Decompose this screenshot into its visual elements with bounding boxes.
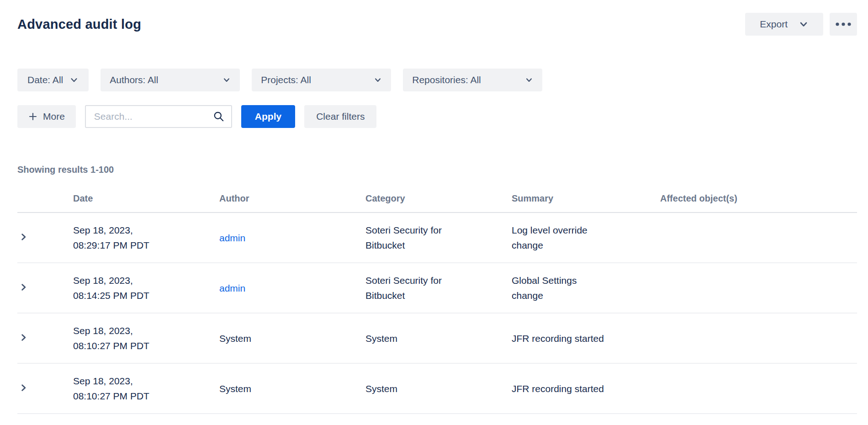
column-header-category: Category xyxy=(365,193,512,212)
author-cell: System xyxy=(219,363,365,414)
ellipsis-icon xyxy=(835,22,852,27)
more-filters-button[interactable]: More xyxy=(17,105,76,128)
author-cell: System xyxy=(219,313,365,363)
table-row: Sep 18, 2023, 08:10:27 PM PDT System Sys… xyxy=(17,363,857,414)
affected-cell xyxy=(660,212,857,263)
date-cell: Sep 18, 2023, 08:10:27 PM PDT xyxy=(73,363,219,414)
audit-table-header: Date Author Category Summary Affected ob… xyxy=(17,193,857,212)
results-summary: Showing results 1-100 xyxy=(17,165,857,175)
chevron-down-icon xyxy=(799,19,809,29)
repositories-filter-dropdown[interactable]: Repositories: All xyxy=(403,69,542,91)
chevron-down-icon xyxy=(374,76,382,84)
authors-filter-dropdown[interactable]: Authors: All xyxy=(101,69,240,91)
expander-cell xyxy=(17,212,73,263)
date-cell: Sep 18, 2023, 08:10:27 PM PDT xyxy=(73,313,219,363)
plus-icon xyxy=(28,112,37,121)
date-cell: Sep 18, 2023, 08:14:25 PM PDT xyxy=(73,263,219,313)
category-cell: Soteri Security for Bitbucket xyxy=(365,212,512,263)
audit-table-body: Sep 18, 2023, 08:29:17 PM PDT admin Sote… xyxy=(17,212,857,414)
affected-cell xyxy=(660,313,857,363)
chevron-down-icon xyxy=(69,75,79,85)
author-link: System xyxy=(219,383,251,394)
chevron-right-icon xyxy=(19,383,28,392)
chevron-right-icon xyxy=(19,233,28,241)
category-cell: Soteri Security for Bitbucket xyxy=(365,263,512,313)
affected-cell xyxy=(660,363,857,414)
column-header-summary: Summary xyxy=(512,193,660,212)
author-cell: admin xyxy=(219,212,365,263)
expander-column-header xyxy=(17,193,73,212)
export-button[interactable]: Export xyxy=(745,13,823,36)
apply-button[interactable]: Apply xyxy=(241,105,295,128)
table-row: Sep 18, 2023, 08:14:25 PM PDT admin Sote… xyxy=(17,263,857,313)
expander-cell xyxy=(17,263,73,313)
expand-row-button[interactable] xyxy=(17,331,30,344)
expand-row-button[interactable] xyxy=(17,382,30,394)
more-actions-button[interactable] xyxy=(830,13,857,36)
clear-filters-button[interactable]: Clear filters xyxy=(304,105,376,128)
page-title: Advanced audit log xyxy=(17,17,141,32)
search-icon xyxy=(213,111,225,122)
filters-row-secondary: More Apply Clear filters xyxy=(17,105,857,128)
chevron-down-icon xyxy=(525,76,533,84)
authors-filter-label: Authors: All xyxy=(110,74,158,85)
search-input[interactable] xyxy=(93,111,208,122)
affected-cell xyxy=(660,263,857,313)
export-button-label: Export xyxy=(760,19,788,30)
chevron-right-icon xyxy=(19,283,28,292)
repositories-filter-label: Repositories: All xyxy=(412,74,481,85)
expand-row-button[interactable] xyxy=(17,281,30,293)
table-row: Sep 18, 2023, 08:10:27 PM PDT System Sys… xyxy=(17,313,857,363)
filters-row-primary: Date: All Authors: All Projects: All Rep… xyxy=(17,69,857,91)
date-filter-label: Date: All xyxy=(27,74,63,85)
chevron-right-icon xyxy=(19,333,28,342)
author-link[interactable]: admin xyxy=(219,233,245,243)
column-header-author: Author xyxy=(219,193,365,212)
expand-row-button[interactable] xyxy=(17,231,30,243)
category-cell: System xyxy=(365,313,512,363)
column-header-date: Date xyxy=(73,193,219,212)
summary-cell: JFR recording started xyxy=(512,313,660,363)
advanced-audit-log-page: Advanced audit log Export Date: All xyxy=(0,0,868,414)
summary-cell: Log level override change xyxy=(512,212,660,263)
projects-filter-label: Projects: All xyxy=(261,74,311,85)
page-header: Advanced audit log Export xyxy=(17,13,857,36)
chevron-down-icon xyxy=(222,76,231,84)
more-filters-label: More xyxy=(43,111,65,122)
author-link[interactable]: admin xyxy=(219,283,245,293)
summary-cell: Global Settings change xyxy=(512,263,660,313)
category-cell: System xyxy=(365,363,512,414)
summary-cell: JFR recording started xyxy=(512,363,660,414)
author-cell: admin xyxy=(219,263,365,313)
projects-filter-dropdown[interactable]: Projects: All xyxy=(252,69,391,91)
date-filter-dropdown[interactable]: Date: All xyxy=(17,69,89,91)
table-row: Sep 18, 2023, 08:29:17 PM PDT admin Sote… xyxy=(17,212,857,263)
author-link: System xyxy=(219,333,251,344)
header-actions: Export xyxy=(745,13,857,36)
audit-log-table: Date Author Category Summary Affected ob… xyxy=(17,193,857,414)
expander-cell xyxy=(17,363,73,414)
date-cell: Sep 18, 2023, 08:29:17 PM PDT xyxy=(73,212,219,263)
column-header-affected: Affected object(s) xyxy=(660,193,857,212)
expander-cell xyxy=(17,313,73,363)
search-box xyxy=(85,105,232,128)
